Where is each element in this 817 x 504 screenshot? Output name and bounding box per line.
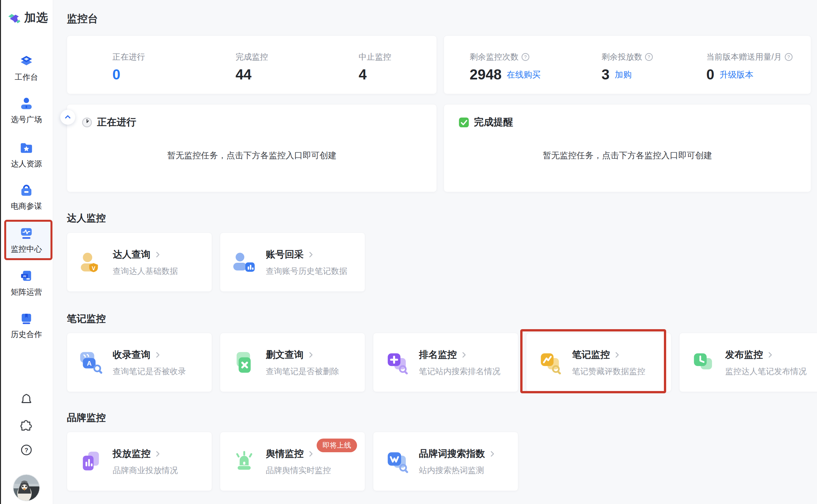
ecommerce-icon xyxy=(19,183,34,198)
matrix-icon: AI xyxy=(19,269,34,284)
brand-index-icon xyxy=(384,448,411,474)
app-logo-text: 加选 xyxy=(24,10,48,26)
card-title: 发布监控 xyxy=(725,348,763,361)
plugins-button[interactable] xyxy=(20,419,33,432)
monthly-quota-link[interactable]: 升级版本 xyxy=(720,69,754,82)
chevron-right-icon xyxy=(307,450,315,458)
sidebar: 加选 工作台选号广场达人资源电商参谋监控中心AI矩阵运营历史合作 ? xyxy=(0,0,53,504)
chevron-right-icon xyxy=(613,351,621,359)
user-avatar[interactable] xyxy=(13,475,39,501)
done-panel-title: 完成提醒 xyxy=(474,116,513,129)
card-title: 排名监控 xyxy=(419,348,457,361)
sidebar-item-resources[interactable]: 达人资源 xyxy=(0,141,53,169)
svg-text:?: ? xyxy=(648,54,651,59)
help-icon[interactable]: ? xyxy=(784,53,793,61)
card-description: 笔记赞藏评数据监控 xyxy=(572,366,645,377)
svg-text:?: ? xyxy=(24,447,28,454)
done-empty-text: 暂无监控任务，点击下方各监控入口即可创建 xyxy=(444,150,811,161)
help-icon[interactable]: ? xyxy=(645,53,653,61)
running-panel: 正在进行 暂无监控任务，点击下方各监控入口即可创建 xyxy=(67,104,437,192)
sidebar-item-label: 工作台 xyxy=(15,72,38,82)
history-icon xyxy=(19,311,34,326)
section-title: 达人监控 xyxy=(67,212,106,225)
sidebar-item-plaza[interactable]: 选号广场 xyxy=(0,96,53,125)
rank-monitor-icon xyxy=(384,349,411,375)
svg-text:AI: AI xyxy=(23,274,26,278)
stat-aborted: 中止监控4 xyxy=(313,51,437,94)
card-kol-query[interactable]: V达人查询查询达人基础数据 xyxy=(67,232,212,292)
delete-query-icon xyxy=(231,349,257,375)
note-monitor-icon xyxy=(538,349,564,375)
stat-running: 正在进行0 xyxy=(67,51,190,94)
card-include-query[interactable]: A收录查询查询笔记是否被收录 xyxy=(67,333,212,392)
card-title: 笔记监控 xyxy=(572,348,610,361)
card-delete-query[interactable]: 删文查询查询笔记是否被删除 xyxy=(220,333,365,392)
svg-text:?: ? xyxy=(524,54,527,59)
help-icon[interactable]: ? xyxy=(521,53,530,61)
card-publish-monitor[interactable]: 发布监控监控达人笔记发布情况 xyxy=(679,333,817,392)
publish-monitor-icon xyxy=(691,349,717,375)
card-title: 达人查询 xyxy=(113,248,150,261)
card-description: 站内搜索热词监测 xyxy=(419,465,496,476)
remaining-launch-link[interactable]: 加购 xyxy=(615,69,632,82)
stat-label: 中止监控 xyxy=(359,51,391,62)
card-title: 舆情监控 xyxy=(266,447,303,460)
resource-icon xyxy=(19,141,34,156)
account-recollect-icon xyxy=(231,249,257,275)
card-description: 监控达人笔记发布情况 xyxy=(725,366,807,377)
kol-query-icon: V xyxy=(78,249,104,275)
card-title: 品牌词搜索指数 xyxy=(419,447,485,460)
card-sentiment-monitor[interactable]: 即将上线舆情监控品牌舆情实时监控 xyxy=(220,432,365,491)
card-description: 查询达人基础数据 xyxy=(113,266,178,276)
card-note-monitor[interactable]: 笔记监控笔记赞藏评数据监控 xyxy=(526,333,671,392)
notifications-button[interactable] xyxy=(20,392,33,406)
launch-monitor-icon xyxy=(78,448,104,474)
card-rank-monitor[interactable]: 排名监控笔记站内搜索排名情况 xyxy=(373,333,518,392)
section-title: 品牌监控 xyxy=(67,411,106,425)
plaza-icon xyxy=(19,96,34,111)
app-logo-icon xyxy=(7,11,21,25)
card-launch-monitor[interactable]: 投放监控品牌商业投放情况 xyxy=(67,432,212,491)
clock-icon xyxy=(81,117,92,128)
puzzle-icon xyxy=(20,419,33,432)
sidebar-item-label: 电商参谋 xyxy=(11,201,42,211)
check-icon xyxy=(458,117,470,128)
card-description: 查询账号历史笔记数据 xyxy=(266,266,347,276)
chevron-right-icon xyxy=(154,450,162,458)
card-title: 删文查询 xyxy=(266,348,303,361)
chevron-right-icon xyxy=(154,251,162,259)
stat-label: 剩余监控次数 xyxy=(470,51,519,62)
card-description: 查询笔记是否被删除 xyxy=(266,366,339,377)
card-account-recollect[interactable]: 账号回采查询账号历史笔记数据 xyxy=(220,232,365,292)
collapse-panel-button[interactable] xyxy=(60,110,75,125)
chevron-right-icon xyxy=(766,351,774,359)
sentiment-monitor-icon xyxy=(231,448,257,474)
quota-summary-card: 剩余监控次数?2948在线购买剩余投放数?3加购当前版本赠送用量/月?0升级版本 xyxy=(444,35,811,94)
sidebar-item-matrix[interactable]: AI矩阵运营 xyxy=(0,269,53,297)
sidebar-item-monitor[interactable]: 监控中心 xyxy=(0,226,53,254)
stat-value: 0 xyxy=(706,67,714,82)
chevron-right-icon xyxy=(307,351,315,359)
bell-icon xyxy=(20,392,33,406)
stat-value: 44 xyxy=(235,67,251,82)
stat-value: 3 xyxy=(601,67,609,82)
card-description: 笔记站内搜索排名情况 xyxy=(419,366,500,377)
sidebar-item-ecommerce[interactable]: 电商参谋 xyxy=(0,183,53,211)
running-empty-text: 暂无监控任务，点击下方各监控入口即可创建 xyxy=(67,150,437,161)
stat-monthly-quota: 当前版本赠送用量/月?0升级版本 xyxy=(689,51,811,94)
app-logo[interactable]: 加选 xyxy=(7,10,48,26)
sidebar-item-workbench[interactable]: 工作台 xyxy=(0,54,53,82)
remaining-monitors-link[interactable]: 在线购买 xyxy=(507,69,541,82)
card-brand-index[interactable]: 品牌词搜索指数站内搜索热词监测 xyxy=(373,432,518,491)
card-description: 查询笔记是否被收录 xyxy=(113,366,186,377)
svg-text:?: ? xyxy=(787,54,790,59)
card-title: 账号回采 xyxy=(266,248,303,261)
help-button[interactable]: ? xyxy=(20,443,33,457)
chevron-right-icon xyxy=(488,450,496,458)
stat-label: 剩余投放数 xyxy=(601,51,642,62)
running-panel-title: 正在进行 xyxy=(97,116,136,129)
include-query-icon: A xyxy=(78,349,104,375)
chevron-right-icon xyxy=(307,251,315,259)
stat-remaining-monitors: 剩余监控次数?2948在线购买 xyxy=(444,51,566,94)
sidebar-item-history[interactable]: 历史合作 xyxy=(0,311,53,340)
